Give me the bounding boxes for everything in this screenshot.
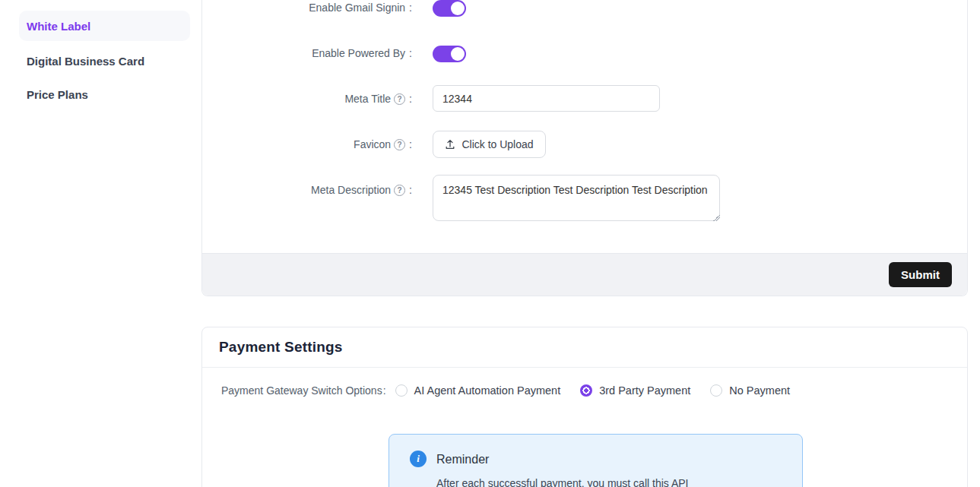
gmail-signin-toggle[interactable] <box>433 0 466 17</box>
favicon-upload-button[interactable]: Click to Upload <box>433 131 546 158</box>
reminder-alert: i Reminder After each successful payment… <box>389 434 803 487</box>
help-icon[interactable]: ? <box>394 139 405 150</box>
toggle-knob <box>451 47 465 61</box>
favicon-label: Favicon ? : <box>354 138 412 150</box>
textarea-resize-handle[interactable] <box>713 214 720 221</box>
reminder-text: After each successful payment, you must … <box>436 477 688 487</box>
radio-icon-selected[interactable] <box>580 384 592 397</box>
sidebar-item-price-plans[interactable]: Price Plans <box>19 79 190 109</box>
gateway-options-group: AI Agent Automation Payment 3rd Party Pa… <box>395 384 791 397</box>
radio-option-no-payment[interactable]: No Payment <box>710 384 790 397</box>
toggle-knob <box>451 2 465 15</box>
radio-label: AI Agent Automation Payment <box>414 384 561 397</box>
powered-by-toggle[interactable] <box>433 46 466 62</box>
upload-icon <box>445 139 455 150</box>
radio-label: No Payment <box>729 384 790 397</box>
reminder-title: Reminder <box>436 453 489 466</box>
meta-title-input[interactable] <box>433 85 660 112</box>
sidebar-item-digital-business-card[interactable]: Digital Business Card <box>19 46 190 76</box>
payment-settings-header: Payment Settings <box>202 327 967 368</box>
upload-button-label: Click to Upload <box>461 138 533 150</box>
sidebar-item-label: White Label <box>27 20 90 33</box>
submit-button[interactable]: Submit <box>889 262 952 287</box>
meta-description-textarea[interactable]: 12345 Test Description Test Description … <box>433 175 720 221</box>
form-footer: Submit <box>202 253 967 296</box>
sidebar-item-white-label[interactable]: White Label <box>19 11 190 41</box>
payment-settings-card: Payment Settings Payment Gateway Switch … <box>201 327 968 487</box>
settings-sidebar: White Label Digital Business Card Price … <box>0 0 201 487</box>
white-label-settings-card: Enable Gmail Signin: Enable Powered By: … <box>201 0 968 296</box>
meta-title-label: Meta Title ? : <box>344 93 412 105</box>
payment-settings-title: Payment Settings <box>219 339 343 356</box>
radio-icon[interactable] <box>710 384 722 397</box>
radio-option-3rd-party-payment[interactable]: 3rd Party Payment <box>580 384 690 397</box>
payment-gateway-row: Payment Gateway Switch Options: AI Agent… <box>221 384 790 397</box>
radio-option-ai-agent-automation-payment[interactable]: AI Agent Automation Payment <box>395 384 561 397</box>
sidebar-item-label: Digital Business Card <box>27 55 144 68</box>
info-icon: i <box>410 451 427 467</box>
powered-by-label: Enable Powered By: <box>312 47 412 59</box>
gateway-options-label: Payment Gateway Switch Options: <box>221 384 386 397</box>
sidebar-item-label: Price Plans <box>27 88 88 101</box>
gmail-signin-label: Enable Gmail Signin: <box>309 2 412 14</box>
help-icon[interactable]: ? <box>394 185 405 196</box>
radio-label: 3rd Party Payment <box>599 384 690 397</box>
help-icon[interactable]: ? <box>394 93 405 105</box>
meta-description-label: Meta Description ? : <box>311 184 412 196</box>
radio-icon[interactable] <box>395 384 408 397</box>
